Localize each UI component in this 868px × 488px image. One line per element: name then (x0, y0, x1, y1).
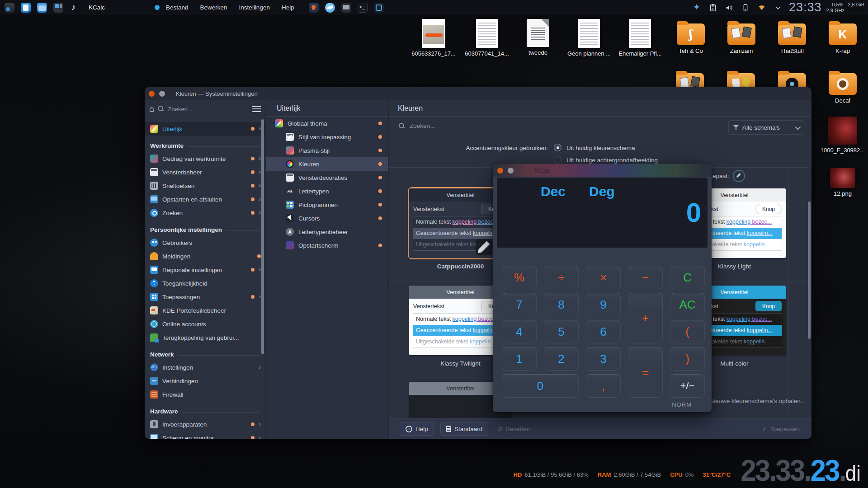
content-scrollbar[interactable] (808, 202, 811, 339)
calc-key-7[interactable]: 7 (502, 293, 537, 316)
apply-button[interactable]: ✓ Toepassen (756, 422, 805, 436)
sidebar-item-firewall[interactable]: Firewall (145, 388, 265, 401)
maximize-button[interactable] (159, 91, 165, 97)
desktop-icon[interactable]: Decaf (819, 69, 866, 104)
hamburger-menu-icon[interactable] (252, 106, 261, 112)
calc-key-sym8[interactable]: + (628, 293, 663, 343)
calc-key-sym13[interactable]: ( (670, 320, 705, 343)
sidebar-item-meldingen[interactable]: Meldingen (145, 249, 265, 263)
desktop-icon[interactable]: 605633276_17... (410, 19, 457, 57)
desktop-icon[interactable]: Ehemaliger Pfi... (617, 19, 664, 57)
submenu-item-vensterdecoraties[interactable]: Vensterdecoraties (266, 171, 388, 184)
calc-key-6[interactable]: 6 (586, 320, 621, 343)
phone-icon[interactable] (741, 3, 750, 12)
calc-key-sym21sym21sym21[interactable]: +/− (670, 374, 705, 398)
submenu-item-lettertypen[interactable]: AaLettertypen (266, 184, 388, 198)
submenu-item-cursors[interactable]: Cursors (266, 211, 388, 225)
wifi-icon[interactable] (757, 3, 766, 12)
calc-key-0[interactable]: 0 (502, 374, 579, 398)
calc-key-sym2[interactable]: × (586, 266, 621, 289)
sidebar-search[interactable] (158, 105, 249, 113)
edit-scheme-button[interactable] (476, 239, 492, 255)
sidebar-item-verbindingen[interactable]: Verbindingen (145, 374, 265, 388)
accent-option-2[interactable]: Uit huidige achtergrondafbeelding (566, 157, 658, 164)
konsole-icon[interactable] (374, 3, 384, 13)
history-icon[interactable] (5, 3, 14, 13)
screenshare-icon[interactable] (341, 3, 351, 13)
file-search-icon[interactable] (21, 3, 31, 13)
radio-wallpaper[interactable] (554, 156, 561, 164)
sidebar-item-uiterlijk[interactable]: Uiterlijk› (145, 122, 265, 136)
music-icon[interactable] (70, 3, 80, 13)
submenu-item-stijl-van-toepassing[interactable]: Stijl van toepassing (266, 130, 388, 144)
desktop-icon[interactable]: Geen plannen ... (566, 19, 613, 57)
folder-icon[interactable] (37, 3, 47, 13)
sidebar-item-instellingen[interactable]: Instellingen› (145, 361, 265, 374)
sidebar-item-regionale-instellingen[interactable]: Regionale instellingen› (145, 263, 265, 277)
calc-key-9[interactable]: 9 (586, 293, 621, 316)
sidebar-item-scherm-en-monitor[interactable]: Scherm en monitor› (145, 431, 265, 439)
calc-key-C[interactable]: C (670, 266, 705, 289)
calc-key-AC[interactable]: AC (670, 293, 705, 316)
menu-item-bestand[interactable]: Bestand (166, 4, 189, 11)
calc-key-1[interactable]: 1 (502, 347, 537, 371)
home-icon[interactable]: ⌂ (149, 104, 154, 114)
clipboard-icon[interactable] (708, 3, 717, 12)
scheme-search[interactable] (399, 122, 544, 130)
chevron-down-icon[interactable] (774, 3, 783, 12)
submenu-item-plasma-stijl[interactable]: Plasma-stijl (266, 144, 388, 157)
calc-key-8[interactable]: 8 (544, 293, 579, 316)
close-button[interactable] (497, 168, 503, 174)
submenu-item-opstartscherm[interactable]: Opstartscherm (266, 239, 388, 252)
sidebar-item-toepassingen[interactable]: Toepassingen› (145, 290, 265, 304)
defaults-button[interactable]: Standaard (440, 422, 488, 436)
panel-icon[interactable] (53, 3, 63, 13)
desktop-icon[interactable]: Zamzam (718, 19, 765, 54)
sidebar-item-kde-portefeuillebeheer[interactable]: KDE Portefeuillebeheer (145, 304, 265, 317)
system-monitor-widget[interactable]: 0,5%2,6 GiB 2,9 GHz (826, 2, 864, 14)
desktop-icon[interactable]: ThatStuff (769, 19, 816, 54)
maximize-button[interactable] (508, 168, 514, 174)
sidebar-scrollbar[interactable] (261, 119, 264, 354)
scheme-search-input[interactable] (409, 122, 544, 130)
sidebar-item-vensterbeheer[interactable]: Vensterbeheer› (145, 165, 265, 179)
help-button[interactable]: Help (400, 422, 434, 436)
desktop-icon[interactable]: 603077041_14... (463, 19, 510, 57)
panel-clock[interactable]: 23:33 (789, 0, 822, 14)
sidebar-item-invoerapparaten[interactable]: Invoerapparaten› (145, 418, 265, 431)
terminal-icon[interactable] (358, 3, 368, 13)
calc-key-5[interactable]: 5 (544, 320, 579, 343)
reset-button[interactable]: ↺ Resetten (492, 422, 535, 436)
calc-key-sym18[interactable]: ) (670, 347, 705, 371)
sidebar-item-sneltoetsen[interactable]: Sneltoetsen› (145, 179, 265, 192)
sidebar-item-toegankelijkheid[interactable]: Toegankelijkheid (145, 277, 265, 290)
submenu-item-pictogrammen[interactable]: Pictogrammen (266, 198, 388, 211)
sidebar-item-gebruikers[interactable]: Gebruikers (145, 236, 265, 249)
sidebar-item-gedrag-van-werkruimte[interactable]: Gedrag van werkruimte› (145, 152, 265, 165)
close-button[interactable] (149, 91, 155, 97)
sidebar-item-zoeken[interactable]: Zoeken› (145, 206, 265, 220)
sidebar-item-terugkoppeling-van-gebrui-[interactable]: Terugkoppeling van gebrui... (145, 331, 265, 344)
sidebar-item-online-accounts[interactable]: Online accounts (145, 317, 265, 331)
desktop-icon[interactable]: tweede (514, 19, 561, 56)
calc-key-sym3[interactable]: − (628, 266, 663, 289)
submenu-item-globaal-thema[interactable]: Globaal thema (266, 117, 388, 130)
radio-current-scheme[interactable] (554, 144, 561, 151)
calc-key-sym1[interactable]: ÷ (544, 266, 579, 289)
menu-item-help[interactable]: Help (282, 4, 294, 11)
falkon-icon[interactable] (325, 3, 335, 13)
accent-option-1[interactable]: Uit huidig kleurenschema (566, 145, 635, 151)
kdeconnect-icon[interactable] (692, 3, 701, 12)
desktop-icon[interactable]: 12.png (819, 168, 866, 197)
desktop-icon[interactable]: ʃTeh & Co (667, 19, 714, 54)
color-picker-button[interactable] (733, 170, 745, 182)
menu-item-bewerken[interactable]: Bewerken (200, 4, 227, 11)
calc-key-2[interactable]: 2 (544, 347, 579, 371)
menu-item-instellingen[interactable]: Instellingen (239, 4, 270, 11)
calc-key-sym20[interactable]: , (586, 374, 621, 398)
brave-icon[interactable] (309, 3, 319, 13)
calc-key-3[interactable]: 3 (586, 347, 621, 371)
sidebar-search-input[interactable] (167, 105, 221, 113)
sidebar-item-opstarten-en-afsluiten[interactable]: Opstarten en afsluiten› (145, 192, 265, 206)
settings-titlebar[interactable]: Kleuren — Systeeminstellingen (145, 87, 811, 100)
